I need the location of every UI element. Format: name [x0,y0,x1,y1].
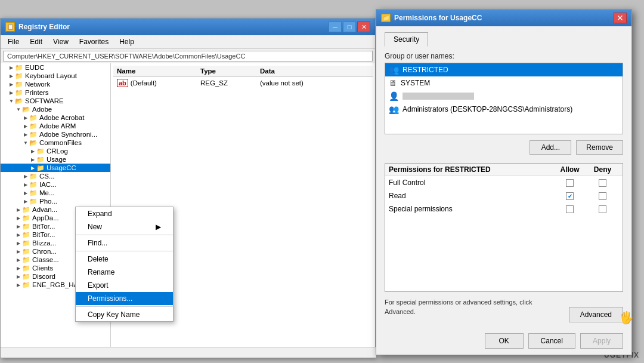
deny-checkbox-read[interactable] [599,192,606,200]
menu-edit[interactable]: Edit [25,36,47,47]
tree-item-me[interactable]: ▶ 📁 Me... [1,189,110,197]
expand-arrow: ▶ [15,239,22,247]
menu-file[interactable]: File [3,36,24,47]
folder-icon: 📁 [22,206,30,213]
menu-favorites[interactable]: Favorites [75,36,113,47]
tree-item-adobe-arm[interactable]: ▶ 📁 Adobe ARM [1,122,110,130]
tree-item-label: Discord [32,273,55,280]
dialog-close-button[interactable]: ✕ [614,13,627,23]
perm-fullcontrol-deny[interactable] [586,179,619,187]
expand-arrow: ▶ [15,264,22,272]
ctx-separator-3 [76,306,173,307]
folder-icon: 📁 [36,156,45,163]
expand-arrow: ▶ [15,223,22,230]
tree-item-adobe[interactable]: ▼ 📂 Adobe [1,105,110,113]
folder-icon: 📁 [29,173,38,180]
user-name: SYSTEM [401,79,430,87]
tree-item-eudc[interactable]: ▶ 📁 EUDC [1,63,110,72]
tab-security[interactable]: Security [385,32,428,47]
expand-arrow: ▶ [15,256,22,263]
tree-item-label: BitTor... [32,223,55,230]
tree-item-label: CommonFiles [39,139,82,146]
tree-item-usagecc[interactable]: ▶ 📁 UsageCC [1,164,110,172]
tree-item-commonfiles[interactable]: ▼ 📂 CommonFiles [1,139,110,147]
deny-checkbox-special[interactable] [599,205,606,213]
expand-arrow: ▶ [29,147,36,155]
tree-item-keyboard[interactable]: ▶ 📁 Keyboard Layout [1,72,110,80]
tree-item-software[interactable]: ▼ 📂 SOFTWARE [1,97,110,105]
users-list: 👥 RESTRICTED 🖥 SYSTEM 👤 👥 Administrators… [385,63,623,134]
folder-icon: 📁 [29,114,38,121]
perm-fullcontrol-label: Full Control [389,179,553,187]
menu-view[interactable]: View [48,36,73,47]
address-bar[interactable]: Computer\HKEY_CURRENT_USER\SOFTWARE\Adob… [3,51,373,61]
allow-checkbox-read[interactable]: ✔ [566,192,574,200]
ctx-copy-key[interactable]: Copy Key Name [76,308,173,321]
menu-help[interactable]: Help [114,36,139,47]
expand-arrow: ▶ [15,214,22,222]
column-headers: Name Type Data [113,66,373,77]
ctx-permissions[interactable]: Permissions... [76,292,173,305]
ctx-export[interactable]: Export [76,279,173,292]
tree-item-label: Adobe Acrobat [39,114,84,121]
perm-row-special: Special permissions [385,202,623,216]
titlebar-left: 📋 Registry Editor [5,22,70,32]
tree-item-crlog[interactable]: ▶ 📁 CRLog [1,147,110,155]
folder-icon: 📁 [22,273,30,280]
deny-checkbox-fullcontrol[interactable] [599,179,606,187]
tree-item-label: Advan... [32,206,57,213]
perm-special-allow[interactable] [553,205,586,213]
ctx-new[interactable]: New ▶ [76,220,173,233]
perm-fullcontrol-allow[interactable] [553,179,586,187]
registry-editor-window: 📋 Registry Editor ─ □ ✕ File Edit View F… [0,18,376,358]
tree-item-iac[interactable]: ▶ 📁 IAC... [1,180,110,189]
apply-button[interactable]: Apply [580,333,623,349]
minimize-button[interactable]: ─ [329,21,342,32]
tree-item-cs[interactable]: ▶ 📁 CS... [1,172,110,180]
tree-item-usage[interactable]: ▶ 📁 Usage [1,155,110,164]
remove-button[interactable]: Remove [576,140,623,155]
tree-item-acrobat[interactable]: ▶ 📁 Adobe Acrobat [1,113,110,122]
maximize-button[interactable]: □ [343,21,356,32]
perm-read-allow[interactable]: ✔ [553,192,586,200]
user-item-blurred[interactable]: 👤 [385,90,623,103]
menu-bar: File Edit View Favorites Help [1,35,375,49]
tree-item-label: Classe... [32,256,59,263]
tree-item-synchroni[interactable]: ▶ 📁 Adobe Synchroni... [1,130,110,139]
tree-item-label: Printers [25,89,49,96]
folder-icon: 📁 [22,223,30,230]
ctx-rename[interactable]: Rename [76,266,173,279]
advanced-button[interactable]: Advanced [569,307,623,322]
expand-arrow: ▼ [15,106,22,113]
allow-checkbox-special[interactable] [566,205,574,213]
close-button[interactable]: ✕ [357,21,370,32]
ok-button[interactable]: OK [485,333,524,349]
tree-item-label: Adobe ARM [39,122,76,130]
tree-item-label: UsageCC [47,164,76,171]
user-item-system[interactable]: 🖥 SYSTEM [385,76,623,90]
ctx-find[interactable]: Find... [76,236,173,250]
allow-checkbox-fullcontrol[interactable] [566,179,574,187]
add-button[interactable]: Add... [530,140,571,155]
expand-arrow: ▶ [29,156,36,163]
ctx-delete[interactable]: Delete [76,253,173,266]
tree-item-pho[interactable]: ▶ 📁 Pho... [1,197,110,205]
perm-read-deny[interactable] [586,192,619,200]
tree-item-network[interactable]: ▶ 📁 Network [1,80,110,88]
tree-item-label: AppDa... [32,214,59,222]
expand-arrow: ▶ [15,273,22,280]
tree-item-printers[interactable]: ▶ 📁 Printers [1,88,110,97]
user-item-restricted[interactable]: 👥 RESTRICTED [385,63,623,76]
cancel-button[interactable]: Cancel [528,333,575,349]
perm-special-deny[interactable] [586,205,619,213]
user-item-administrators[interactable]: 👥 Administrators (DESKTOP-28NGCSS\Admini… [385,103,623,116]
ctx-expand[interactable]: Expand [76,207,173,220]
dialog-titlebar: 📁 Permissions for UsageCC ✕ [376,10,631,26]
expand-arrow: ▶ [15,248,22,255]
registry-row-default[interactable]: ab (Default) REG_SZ (value not set) [113,77,373,89]
context-menu: Expand New ▶ Find... Delete Rename Expor… [75,207,174,322]
tree-item-label: Me... [39,189,55,196]
tree-item-label: Usage [47,156,66,163]
expand-arrow: ▶ [22,114,29,121]
expand-arrow: ▶ [15,231,22,238]
